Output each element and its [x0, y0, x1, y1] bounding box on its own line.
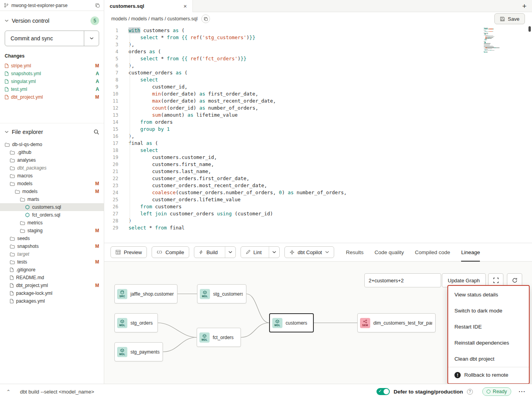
copy-path-icon[interactable]	[201, 14, 210, 23]
modified-badge: M	[95, 189, 99, 194]
code-line: 25 customer_orders.lifetime_value	[104, 196, 532, 203]
expand-panel-icon[interactable]: ⌃	[6, 389, 11, 395]
lineage-node-fct_orders[interactable]: MDLfct_orders	[197, 328, 241, 347]
tree-file-package-lock.yml[interactable]: package-lock.yml	[0, 289, 104, 297]
defer-toggle[interactable]: ✓	[376, 388, 390, 395]
menu-item-view-status-details[interactable]: View status details	[448, 287, 529, 303]
menu-item-switch-to-dark-mode[interactable]: Switch to dark mode	[448, 303, 529, 319]
change-status: A	[96, 87, 99, 92]
preview-button[interactable]: Preview	[110, 246, 147, 258]
lineage-search-input[interactable]	[364, 273, 441, 287]
tree-item-label: analyses	[17, 157, 36, 163]
tree-file-fct_orders.sql[interactable]: fct_orders.sql	[0, 211, 104, 219]
search-icon[interactable]	[94, 129, 99, 135]
lineage-node-customers[interactable]: MDLcustomers	[269, 313, 314, 332]
file-icon	[5, 87, 9, 92]
version-control-header[interactable]: Version control 5	[0, 11, 104, 29]
copy-branch-icon[interactable]	[95, 3, 100, 8]
code-icon	[157, 250, 162, 254]
folder-icon	[10, 244, 15, 249]
line-number: 2	[104, 34, 118, 41]
lint-options-chevron[interactable]	[269, 247, 279, 258]
modified-badge: M	[95, 228, 99, 233]
file-icon	[10, 275, 14, 280]
file-icon	[10, 299, 14, 303]
dbt-ide-window: mwong-test-explorer-parse Version contro…	[0, 0, 532, 399]
tree-folder-seeds[interactable]: seeds	[0, 235, 104, 242]
change-item[interactable]: snapshots.ymlA	[0, 70, 104, 78]
dbt-copilot-button[interactable]: dbt Copilot	[284, 246, 334, 258]
more-options-button[interactable]: ⋯	[518, 387, 526, 396]
line-number: 26	[104, 203, 118, 210]
lineage-node-dim[interactable]: SEMdim_customers_test_for_parse	[357, 313, 436, 332]
minimap[interactable]	[484, 28, 506, 52]
compile-button[interactable]: Compile	[152, 246, 189, 258]
node-label: jaffle_shop.customers	[130, 291, 174, 297]
changes-label: Changes	[5, 53, 99, 59]
tree-folder-tests[interactable]: testsM	[0, 258, 104, 266]
menu-item-rollback-to-remote[interactable]: !Rollback to remote	[448, 367, 529, 383]
node-label: stg_payments	[130, 349, 159, 355]
tree-folder-target[interactable]: target	[0, 250, 104, 258]
tree-file-packages.yml[interactable]: packages.yml	[0, 297, 104, 305]
lineage-node-stg_customers[interactable]: MDLstg_customers	[197, 284, 246, 303]
line-number: 27	[104, 210, 118, 217]
tree-item-label: snapshots	[17, 244, 39, 249]
tree-file-README.md[interactable]: README.md	[0, 274, 104, 282]
chevron-down-icon	[5, 131, 9, 133]
code-editor[interactable]: 1with customers as (2 select * from {{ r…	[104, 25, 532, 243]
new-tab-button[interactable]: +	[522, 2, 527, 10]
file-icon	[10, 283, 14, 288]
tab-lineage[interactable]: Lineage	[461, 243, 480, 262]
tab-results[interactable]: Results	[346, 243, 364, 262]
commit-options-chevron[interactable]	[84, 31, 99, 46]
tree-folder-.github[interactable]: .github	[0, 148, 104, 156]
tree-folder-staging[interactable]: stagingM	[0, 227, 104, 235]
build-options-chevron[interactable]	[225, 247, 235, 258]
lineage-node-stg_payments[interactable]: MDLstg_payments	[114, 342, 163, 361]
tab-compiled-code[interactable]: Compiled code	[415, 243, 450, 262]
change-item[interactable]: singular.ymlA	[0, 78, 104, 85]
lineage-node-jaffle[interactable]: SRCjaffle_shop.customers	[114, 284, 177, 303]
tab-customers-sql[interactable]: customers.sql ×	[104, 0, 193, 12]
tree-folder-analyses[interactable]: analyses	[0, 156, 104, 164]
save-button[interactable]: Save	[494, 13, 525, 24]
tree-folder-metrics[interactable]: metrics	[0, 219, 104, 227]
tree-folder-marts[interactable]: marts	[0, 195, 104, 203]
lint-button[interactable]: Lint	[241, 246, 280, 258]
file-explorer-header[interactable]: File explorer	[0, 123, 104, 139]
menu-item-label: Clean dbt project	[454, 356, 494, 362]
tree-folder-models[interactable]: modelsM	[0, 188, 104, 195]
change-status: M	[95, 63, 99, 69]
tree-folder-macros[interactable]: macros	[0, 172, 104, 180]
code-line: 28)	[104, 217, 532, 224]
node-label: customers	[286, 320, 307, 326]
menu-item-reinstall-dependencies[interactable]: Reinstall dependencies	[448, 335, 529, 351]
tree-folder-snapshots[interactable]: snapshotsM	[0, 242, 104, 250]
change-item[interactable]: dbt_project.ymlM	[0, 93, 104, 101]
line-number: 12	[104, 105, 118, 112]
commit-and-sync-button[interactable]: Commit and sync	[5, 31, 99, 46]
menu-item-clean-dbt-project[interactable]: Clean dbt project	[448, 351, 529, 367]
code-line: 19 customers.customer_id,	[104, 154, 532, 161]
menu-item-restart-ide[interactable]: Restart IDE	[448, 319, 529, 335]
tree-file-customers.sql[interactable]: customers.sql	[0, 203, 104, 211]
change-item[interactable]: test.ymlA	[0, 85, 104, 93]
line-number: 17	[104, 140, 118, 147]
change-item[interactable]: stripe.ymlM	[0, 62, 104, 70]
build-icon	[199, 250, 203, 255]
tree-item-label: customers.sql	[32, 204, 61, 210]
tree-folder-db-sl-qs-demo[interactable]: db-sl-qs-demo	[0, 141, 104, 148]
tree-folder-models[interactable]: modelsM	[0, 180, 104, 188]
line-number: 20	[104, 161, 118, 168]
build-button[interactable]: Build	[194, 246, 236, 258]
tab-code-quality[interactable]: Code quality	[375, 243, 404, 262]
lineage-node-stg_orders[interactable]: MDLstg_orders	[114, 313, 158, 332]
tree-file-dbt_project.yml[interactable]: dbt_project.ymlM	[0, 282, 104, 289]
code-line: 12 count(order_id) as number_of_orders,	[104, 105, 532, 112]
scrollbar-thumb[interactable]	[528, 26, 531, 32]
tree-folder-dbt_packages[interactable]: dbt_packages	[0, 164, 104, 172]
help-icon[interactable]: ?	[467, 389, 473, 395]
close-tab-icon[interactable]: ×	[183, 3, 187, 9]
tree-file-.gitignore[interactable]: .gitignore	[0, 266, 104, 274]
